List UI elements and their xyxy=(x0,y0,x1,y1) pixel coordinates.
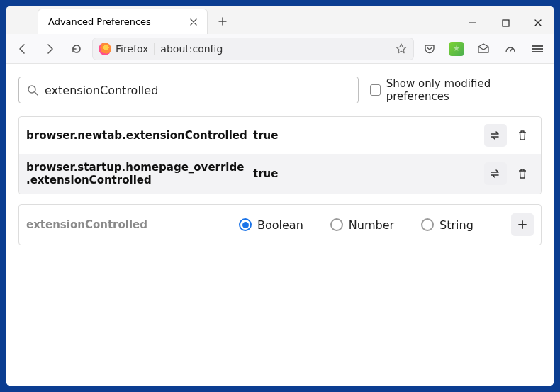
type-number[interactable]: Number xyxy=(330,218,394,232)
toggle-button[interactable] xyxy=(484,124,507,147)
type-options: Boolean Number String xyxy=(239,218,507,232)
title-bar: Advanced Preferences xyxy=(6,6,554,34)
firefox-logo-icon xyxy=(99,43,111,55)
hamburger-icon xyxy=(532,44,543,54)
delete-button[interactable] xyxy=(511,124,534,147)
svg-rect-0 xyxy=(503,20,509,26)
search-icon xyxy=(26,84,39,96)
inbox-button[interactable] xyxy=(472,38,495,60)
radio-icon xyxy=(330,218,343,231)
url-input[interactable] xyxy=(160,43,389,55)
preference-list: browser.newtab.extensionControlled true … xyxy=(18,116,542,194)
preference-name: browser.startup.homepage_override.extens… xyxy=(26,161,253,186)
inbox-icon xyxy=(477,43,490,55)
delete-button[interactable] xyxy=(511,162,534,185)
add-preference-name: extensionControlled xyxy=(26,218,239,231)
maximize-button[interactable] xyxy=(489,11,522,34)
type-boolean[interactable]: Boolean xyxy=(239,218,303,232)
checkbox-icon xyxy=(370,84,381,96)
browser-window: Advanced Preferences xyxy=(6,6,554,386)
modified-only-toggle[interactable]: Show only modified preferences xyxy=(370,77,542,103)
toolbar: Firefox xyxy=(6,34,554,64)
trash-icon xyxy=(516,167,529,180)
close-window-button[interactable] xyxy=(522,11,554,34)
pocket-icon xyxy=(423,43,436,55)
back-button[interactable] xyxy=(11,38,34,60)
gauge-icon xyxy=(504,43,517,55)
modified-only-label: Show only modified preferences xyxy=(386,77,542,103)
close-icon xyxy=(534,18,542,27)
identity-box[interactable]: Firefox xyxy=(99,43,155,55)
preference-row: browser.newtab.extensionControlled true xyxy=(19,117,541,154)
maximize-icon xyxy=(502,19,510,27)
add-button[interactable] xyxy=(511,213,534,236)
address-bar[interactable]: Firefox xyxy=(92,38,414,60)
type-label: Boolean xyxy=(257,218,303,232)
swap-icon xyxy=(489,129,502,142)
search-row: Show only modified preferences xyxy=(18,77,542,103)
reload-button[interactable] xyxy=(65,38,88,60)
close-icon xyxy=(189,18,198,26)
tab-title: Advanced Preferences xyxy=(48,16,151,27)
new-tab-button[interactable] xyxy=(212,11,233,32)
pocket-button[interactable] xyxy=(418,38,441,60)
radio-icon xyxy=(421,218,434,231)
performance-button[interactable] xyxy=(499,38,522,60)
preference-name: browser.newtab.extensionControlled xyxy=(26,129,253,142)
identity-label: Firefox xyxy=(116,43,148,55)
minimize-icon xyxy=(469,18,477,27)
minimize-button[interactable] xyxy=(457,11,489,34)
app-menu-button[interactable] xyxy=(526,38,549,60)
radio-icon xyxy=(239,218,252,231)
browser-tab[interactable]: Advanced Preferences xyxy=(38,9,208,34)
window-controls xyxy=(457,11,554,34)
tab-strip-spacer xyxy=(6,9,38,34)
type-label: Number xyxy=(349,218,394,232)
reload-icon xyxy=(70,43,83,55)
forward-button[interactable] xyxy=(38,38,61,60)
about-config-page: Show only modified preferences browser.n… xyxy=(6,64,554,258)
preference-value: true xyxy=(253,129,480,142)
preference-row: browser.startup.homepage_override.extens… xyxy=(19,154,541,194)
arrow-left-icon xyxy=(16,43,29,55)
close-tab-button[interactable] xyxy=(187,16,200,28)
trash-icon xyxy=(516,129,529,142)
plus-icon xyxy=(218,16,228,26)
preference-value: true xyxy=(253,167,480,180)
plus-icon xyxy=(517,219,528,230)
type-label: String xyxy=(439,218,474,232)
arrow-right-icon xyxy=(43,43,56,55)
swap-icon xyxy=(489,167,502,180)
search-input[interactable] xyxy=(45,84,351,97)
add-preference-row: extensionControlled Boolean Number Strin… xyxy=(18,204,542,245)
toggle-button[interactable] xyxy=(484,162,507,185)
extension-icon xyxy=(449,42,464,56)
extension-button[interactable] xyxy=(445,38,468,60)
type-string[interactable]: String xyxy=(421,218,474,232)
search-box[interactable] xyxy=(18,77,359,103)
bookmark-star-icon[interactable] xyxy=(395,43,408,55)
